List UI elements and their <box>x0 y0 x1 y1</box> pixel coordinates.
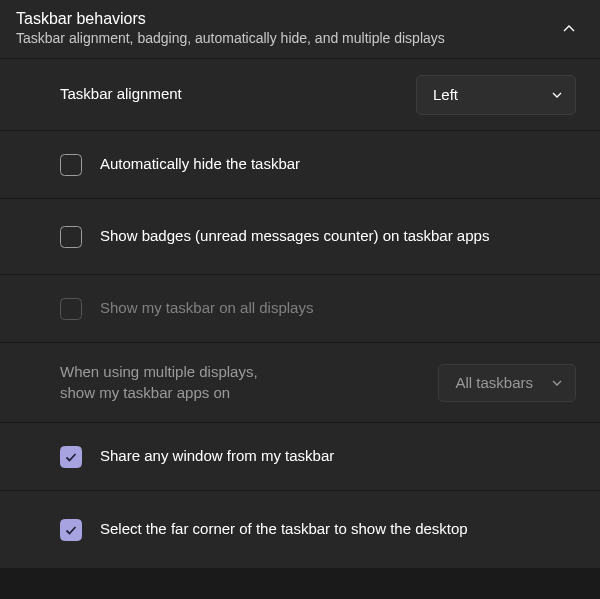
all-displays-row: Show my taskbar on all displays <box>0 275 600 343</box>
far-corner-label: Select the far corner of the taskbar to … <box>100 519 576 539</box>
section-title: Taskbar behaviors <box>16 10 584 28</box>
share-window-label: Share any window from my taskbar <box>100 446 576 466</box>
taskbar-alignment-select[interactable]: Left <box>416 75 576 115</box>
taskbar-behaviors-panel: Taskbar behaviors Taskbar alignment, bad… <box>0 0 600 569</box>
taskbar-alignment-value: Left <box>433 86 458 103</box>
badges-checkbox[interactable] <box>60 226 82 248</box>
share-window-checkbox[interactable] <box>60 446 82 468</box>
chevron-up-icon <box>562 22 576 36</box>
share-window-row[interactable]: Share any window from my taskbar <box>0 423 600 491</box>
taskbar-alignment-row: Taskbar alignment Left <box>0 59 600 131</box>
chevron-down-icon <box>551 377 563 389</box>
far-corner-row[interactable]: Select the far corner of the taskbar to … <box>0 491 600 569</box>
multi-displays-value: All taskbars <box>455 374 533 391</box>
badges-label: Show badges (unread messages counter) on… <box>100 226 576 246</box>
section-subtitle: Taskbar alignment, badging, automaticall… <box>16 30 584 46</box>
autohide-label: Automatically hide the taskbar <box>100 154 576 174</box>
far-corner-checkbox[interactable] <box>60 519 82 541</box>
autohide-row[interactable]: Automatically hide the taskbar <box>0 131 600 199</box>
section-header[interactable]: Taskbar behaviors Taskbar alignment, bad… <box>0 0 600 59</box>
multi-displays-label: When using multiple displays, show my ta… <box>60 362 438 403</box>
all-displays-checkbox <box>60 298 82 320</box>
multi-displays-row: When using multiple displays, show my ta… <box>0 343 600 423</box>
multi-displays-select: All taskbars <box>438 364 576 402</box>
taskbar-alignment-label: Taskbar alignment <box>60 84 416 104</box>
chevron-down-icon <box>551 89 563 101</box>
all-displays-label: Show my taskbar on all displays <box>100 298 576 318</box>
badges-row[interactable]: Show badges (unread messages counter) on… <box>0 199 600 275</box>
autohide-checkbox[interactable] <box>60 154 82 176</box>
